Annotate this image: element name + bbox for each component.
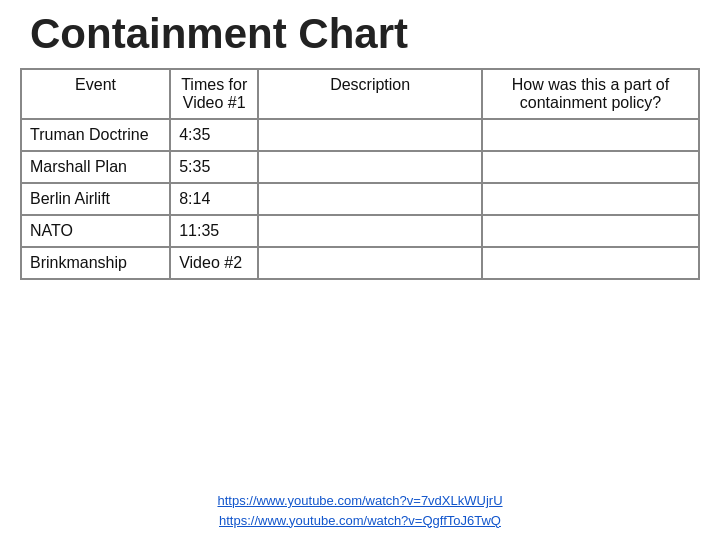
cell-event: NATO bbox=[21, 215, 170, 247]
page-title: Containment Chart bbox=[30, 10, 700, 58]
cell-how bbox=[482, 183, 699, 215]
table-row: Truman Doctrine4:35 bbox=[21, 119, 699, 151]
table-header-row: Event Times for Video #1 Description How… bbox=[21, 69, 699, 119]
cell-description bbox=[258, 119, 482, 151]
cell-times: 8:14 bbox=[170, 183, 258, 215]
cell-how bbox=[482, 119, 699, 151]
footer-link-2[interactable]: https://www.youtube.com/watch?v=QgffToJ6… bbox=[20, 511, 700, 531]
cell-times: 11:35 bbox=[170, 215, 258, 247]
cell-how bbox=[482, 151, 699, 183]
table-row: NATO11:35 bbox=[21, 215, 699, 247]
cell-description bbox=[258, 183, 482, 215]
footer: https://www.youtube.com/watch?v=7vdXLkWU… bbox=[20, 491, 700, 530]
page: Containment Chart Event Times for Video … bbox=[0, 0, 720, 540]
cell-description bbox=[258, 215, 482, 247]
cell-how bbox=[482, 247, 699, 279]
cell-event: Brinkmanship bbox=[21, 247, 170, 279]
header-description: Description bbox=[258, 69, 482, 119]
cell-times: Video #2 bbox=[170, 247, 258, 279]
cell-description bbox=[258, 247, 482, 279]
table-row: BrinkmanshipVideo #2 bbox=[21, 247, 699, 279]
cell-times: 5:35 bbox=[170, 151, 258, 183]
table-row: Marshall Plan5:35 bbox=[21, 151, 699, 183]
footer-link-1[interactable]: https://www.youtube.com/watch?v=7vdXLkWU… bbox=[20, 491, 700, 511]
cell-event: Truman Doctrine bbox=[21, 119, 170, 151]
table-wrapper: Event Times for Video #1 Description How… bbox=[20, 68, 700, 485]
containment-chart-table: Event Times for Video #1 Description How… bbox=[20, 68, 700, 280]
header-how: How was this a part of containment polic… bbox=[482, 69, 699, 119]
header-times: Times for Video #1 bbox=[170, 69, 258, 119]
cell-how bbox=[482, 215, 699, 247]
table-row: Berlin Airlift8:14 bbox=[21, 183, 699, 215]
cell-times: 4:35 bbox=[170, 119, 258, 151]
cell-event: Marshall Plan bbox=[21, 151, 170, 183]
header-event: Event bbox=[21, 69, 170, 119]
cell-description bbox=[258, 151, 482, 183]
cell-event: Berlin Airlift bbox=[21, 183, 170, 215]
